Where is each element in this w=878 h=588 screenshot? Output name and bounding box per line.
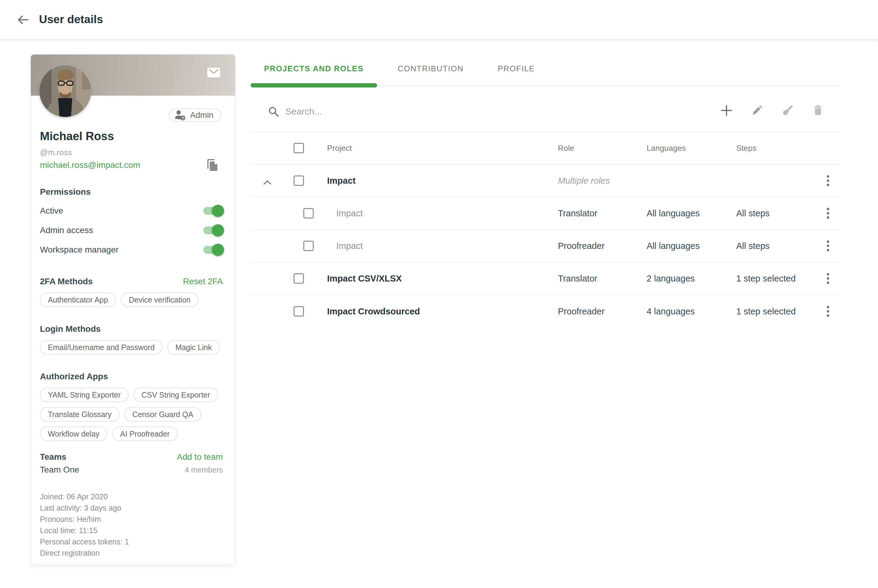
add-icon[interactable] bbox=[720, 104, 733, 117]
user-meta-line: Joined: 06 Apr 2020 bbox=[40, 491, 226, 502]
permissions-title: Permissions bbox=[40, 187, 91, 197]
row-menu-kebab-icon[interactable] bbox=[825, 173, 831, 189]
table-row[interactable]: Impact Proofreader All languages All ste… bbox=[251, 230, 840, 262]
user-meta-line: Last activity: 3 days ago bbox=[40, 502, 226, 514]
authorized-app-chip: AI Proofreader bbox=[112, 426, 178, 441]
row-checkbox[interactable] bbox=[303, 208, 314, 219]
teams-title: Teams bbox=[40, 452, 66, 462]
steps-value: All steps bbox=[736, 241, 770, 251]
details-panel: PROJECTS AND ROLESCONTRIBUTIONPROFILE Pr… bbox=[251, 54, 840, 327]
column-steps: Steps bbox=[736, 144, 757, 153]
user-meta-line: Direct registration bbox=[40, 548, 226, 559]
languages-value: All languages bbox=[646, 208, 700, 219]
login-method-chip: Email/Username and Password bbox=[40, 340, 162, 355]
authorized-app-chip: Censor Guard QA bbox=[125, 407, 201, 422]
tab[interactable]: PROJECTS AND ROLES bbox=[251, 54, 377, 83]
column-languages: Languages bbox=[646, 144, 686, 153]
row-menu-kebab-icon[interactable] bbox=[825, 206, 831, 221]
mail-icon[interactable] bbox=[207, 68, 220, 78]
twofa-title: 2FA Methods bbox=[40, 277, 93, 286]
authorized-app-chip: Workflow delay bbox=[40, 426, 107, 441]
authorized-apps-title: Authorized Apps bbox=[40, 372, 108, 381]
project-name: Impact Crowdsourced bbox=[327, 306, 420, 316]
permission-label: Active bbox=[40, 206, 63, 216]
row-menu-kebab-icon[interactable] bbox=[825, 303, 831, 319]
permission-row: Active bbox=[40, 201, 223, 220]
languages-value: 2 languages bbox=[646, 274, 695, 284]
role-value: Proofreader bbox=[558, 241, 604, 251]
table-row[interactable]: Impact Multiple roles bbox=[251, 165, 840, 197]
tab-bar: PROJECTS AND ROLESCONTRIBUTIONPROFILE bbox=[251, 54, 840, 87]
row-checkbox[interactable] bbox=[293, 176, 304, 186]
table-header: Project Role Languages Steps bbox=[251, 132, 840, 165]
search-icon bbox=[268, 106, 279, 117]
avatar bbox=[39, 65, 91, 117]
user-handle: @m.ross bbox=[40, 148, 226, 157]
user-meta-list: Joined: 06 Apr 2020Last activity: 3 days… bbox=[40, 491, 226, 559]
toggle-switch[interactable] bbox=[203, 226, 223, 234]
select-all-checkbox[interactable] bbox=[293, 143, 304, 153]
copy-icon[interactable] bbox=[206, 158, 218, 172]
tab[interactable]: CONTRIBUTION bbox=[385, 54, 477, 83]
authorized-app-chip: YAML String Exporter bbox=[40, 387, 129, 402]
toggle-switch[interactable] bbox=[203, 246, 223, 254]
authorized-apps-chips: YAML String ExporterCSV String ExporterT… bbox=[40, 387, 226, 441]
role-value: Translator bbox=[558, 274, 597, 284]
table-row[interactable]: Impact Crowdsourced Proofreader 4 langua… bbox=[251, 295, 840, 327]
role-value: Multiple roles bbox=[558, 176, 610, 186]
column-role: Role bbox=[558, 144, 574, 153]
permission-label: Admin access bbox=[40, 225, 93, 235]
reset-2fa-link[interactable]: Reset 2FA bbox=[183, 277, 223, 286]
user-meta-line: Local time: 11:15 bbox=[40, 525, 226, 536]
top-bar: User details bbox=[0, 0, 878, 39]
collapse-chevron-up-icon[interactable] bbox=[263, 178, 272, 184]
team-row: Team One 4 members bbox=[40, 465, 223, 475]
login-methods-title: Login Methods bbox=[40, 324, 101, 334]
languages-value: All languages bbox=[646, 241, 700, 251]
user-email-link[interactable]: michael.ross@impact.com bbox=[40, 160, 140, 170]
authorized-app-chip: Translate Glossary bbox=[40, 407, 119, 422]
row-checkbox[interactable] bbox=[303, 241, 314, 251]
team-name: Team One bbox=[40, 465, 79, 475]
table-row[interactable]: Impact CSV/XLSX Translator 2 languages 1… bbox=[251, 262, 840, 295]
projects-table: Impact Multiple roles Impact Translator … bbox=[251, 165, 840, 327]
row-menu-kebab-icon[interactable] bbox=[825, 238, 831, 254]
back-arrow-icon[interactable] bbox=[16, 13, 30, 27]
tab[interactable]: PROFILE bbox=[484, 54, 548, 83]
search-row bbox=[251, 87, 840, 132]
clean-broom-icon[interactable] bbox=[781, 104, 794, 117]
admin-badge-label: Admin bbox=[190, 111, 213, 120]
project-name: Impact CSV/XLSX bbox=[327, 274, 402, 284]
row-menu-kebab-icon[interactable] bbox=[825, 270, 831, 286]
row-checkbox[interactable] bbox=[293, 273, 304, 284]
project-name: Impact bbox=[327, 176, 355, 186]
toggle-switch[interactable] bbox=[203, 207, 223, 215]
row-checkbox[interactable] bbox=[293, 306, 304, 316]
twofa-chips: Authenticator AppDevice verification bbox=[40, 292, 226, 307]
page-title: User details bbox=[39, 13, 103, 26]
admin-badge: Admin bbox=[168, 108, 221, 122]
user-name: Michael Ross bbox=[40, 130, 226, 143]
table-row[interactable]: Impact Translator All languages All step… bbox=[251, 197, 840, 230]
permissions-list: Active Admin access Workspace manager bbox=[31, 201, 235, 260]
column-project: Project bbox=[327, 144, 352, 153]
add-to-team-link[interactable]: Add to team bbox=[177, 452, 223, 462]
twofa-chip: Authenticator App bbox=[40, 292, 116, 307]
steps-value: All steps bbox=[736, 208, 770, 219]
permission-row: Workspace manager bbox=[40, 240, 223, 260]
permission-label: Workspace manager bbox=[40, 245, 119, 255]
delete-trash-icon[interactable] bbox=[812, 104, 824, 117]
twofa-chip: Device verification bbox=[121, 292, 198, 307]
role-value: Proofreader bbox=[558, 306, 604, 316]
steps-value: 1 step selected bbox=[736, 306, 796, 316]
user-profile-card: Admin Michael Ross @m.ross michael.ross@… bbox=[30, 54, 235, 565]
project-name: Impact bbox=[336, 241, 363, 251]
team-members-count: 4 members bbox=[185, 465, 223, 474]
user-meta-line: Pronouns: He/him bbox=[40, 514, 226, 525]
search-input[interactable] bbox=[285, 106, 560, 117]
teams-list: Team One 4 members bbox=[31, 465, 235, 475]
login-methods-chips: Email/Username and PasswordMagic Link bbox=[40, 340, 226, 355]
languages-value: 4 languages bbox=[646, 306, 695, 316]
person-gear-icon bbox=[174, 110, 186, 121]
edit-pencil-icon[interactable] bbox=[750, 104, 763, 117]
